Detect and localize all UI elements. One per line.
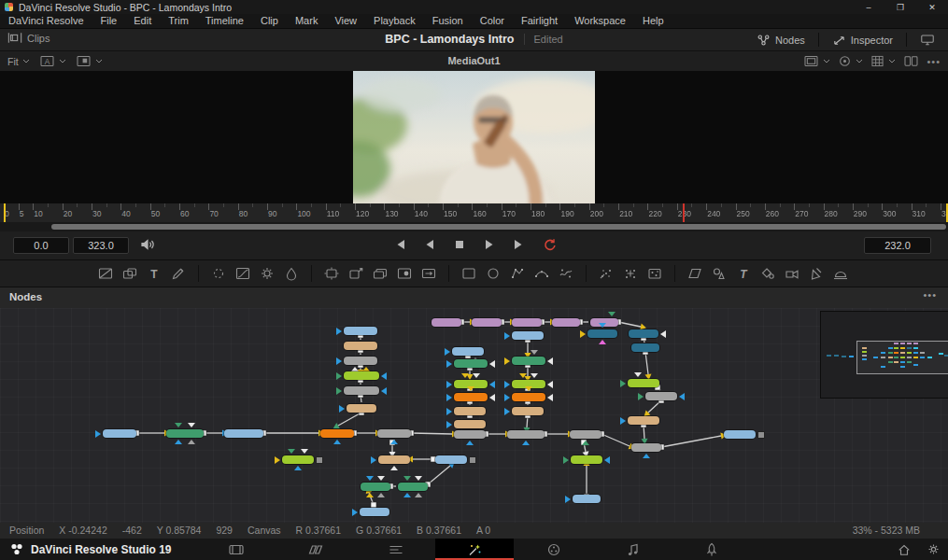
- node-input-r[interactable]: [381, 387, 387, 395]
- graph-node-m1[interactable]: [103, 429, 136, 438]
- node-input-b[interactable]: [403, 493, 411, 497]
- graph-node-m8[interactable]: [570, 430, 601, 439]
- node-input-l[interactable]: [504, 394, 510, 401]
- graph-node-p3[interactable]: [512, 318, 542, 327]
- node-output-knob[interactable]: [469, 456, 476, 464]
- timeline-ruler[interactable]: 0510203040506070809010011012013014015016…: [0, 203, 948, 223]
- node-input-l[interactable]: [565, 496, 571, 503]
- color-curves-tool-icon[interactable]: [231, 264, 255, 283]
- dual-viewer-button[interactable]: [913, 29, 942, 50]
- loop-button[interactable]: [539, 235, 559, 254]
- current-frame-field[interactable]: 232.0: [864, 237, 931, 254]
- node-input-l[interactable]: [445, 348, 450, 356]
- graph-node-a4[interactable]: [344, 371, 379, 380]
- node-input-r[interactable]: [547, 394, 553, 401]
- fusion-page-button[interactable]: [435, 539, 514, 560]
- menu-item-timeline[interactable]: Timeline: [197, 14, 252, 28]
- graph-node-m10[interactable]: [724, 430, 756, 439]
- node-input-l[interactable]: [336, 387, 342, 395]
- graph-node-a2[interactable]: [344, 342, 377, 350]
- node-input-b[interactable]: [390, 466, 398, 470]
- stop-button[interactable]: [449, 235, 470, 254]
- color-corrector-tool-icon[interactable]: [255, 264, 279, 283]
- graph-node-f1[interactable]: [282, 455, 314, 464]
- menu-item-file[interactable]: File: [92, 14, 126, 28]
- node-input-l[interactable]: [620, 417, 626, 425]
- graph-node-a3[interactable]: [344, 357, 377, 365]
- rectangle-mask-tool-icon[interactable]: [457, 264, 481, 283]
- media-in-tool-icon[interactable]: [392, 264, 417, 283]
- node-input-l[interactable]: [446, 360, 452, 368]
- particle-emitter-tool-icon[interactable]: [594, 264, 618, 283]
- graph-node-p4[interactable]: [552, 318, 580, 327]
- text-3d-tool-icon[interactable]: T: [731, 264, 756, 283]
- node-input-l[interactable]: [504, 357, 510, 365]
- paint-tool-icon[interactable]: [166, 264, 191, 283]
- node-input-b[interactable]: [522, 441, 530, 445]
- transform-tool-icon[interactable]: [319, 264, 344, 283]
- graph-node-c1[interactable]: [512, 357, 545, 365]
- node-input-l[interactable]: [275, 456, 280, 464]
- node-input-r[interactable]: [547, 381, 553, 388]
- menu-item-workspace[interactable]: Workspace: [566, 14, 634, 28]
- node-input-b[interactable]: [466, 441, 474, 445]
- color-page-button[interactable]: [537, 539, 571, 560]
- graph-node-m5[interactable]: [377, 429, 411, 438]
- screen-mode-dropdown[interactable]: [803, 55, 830, 67]
- graph-node-a5[interactable]: [344, 386, 379, 395]
- node-input-l[interactable]: [446, 381, 452, 388]
- graph-node-t2[interactable]: [629, 329, 658, 338]
- node-input-b[interactable]: [175, 440, 182, 444]
- inspector-toggle[interactable]: Inspector: [825, 29, 900, 50]
- graph-node-m2[interactable]: [166, 429, 204, 438]
- color-gain-tool-icon[interactable]: [279, 264, 304, 283]
- node-input-l[interactable]: [446, 394, 452, 401]
- node-input-b[interactable]: [415, 493, 422, 497]
- graph-node-m7[interactable]: [507, 430, 545, 439]
- menu-item-view[interactable]: View: [326, 14, 365, 28]
- graph-node-a6[interactable]: [347, 404, 376, 413]
- node-input-l[interactable]: [446, 421, 452, 428]
- close-button[interactable]: ✕: [916, 0, 948, 14]
- node-input-b[interactable]: [366, 493, 374, 497]
- menu-item-edit[interactable]: Edit: [125, 14, 160, 28]
- graph-node-b1[interactable]: [452, 347, 484, 356]
- menu-item-playback[interactable]: Playback: [365, 14, 424, 28]
- node-input-b[interactable]: [377, 493, 385, 497]
- node-input-l[interactable]: [352, 509, 358, 516]
- dual-view-button[interactable]: [903, 55, 919, 67]
- light-3d-tool-icon[interactable]: [804, 264, 828, 283]
- node-output-knob[interactable]: [757, 431, 765, 439]
- minimize-button[interactable]: –: [853, 0, 884, 14]
- node-input-r[interactable]: [604, 456, 610, 464]
- graph-node-m4[interactable]: [320, 429, 354, 438]
- go-to-start-button[interactable]: [389, 235, 410, 254]
- node-input-l[interactable]: [371, 456, 376, 464]
- node-output-knob[interactable]: [316, 456, 323, 464]
- graph-node-b6[interactable]: [454, 420, 486, 428]
- node-input-t[interactable]: [175, 423, 182, 427]
- menu-item-color[interactable]: Color: [472, 14, 513, 28]
- node-input-r[interactable]: [660, 330, 666, 338]
- node-input-t[interactable]: [461, 373, 469, 378]
- node-input-b[interactable]: [294, 466, 302, 470]
- in-point-marker[interactable]: [4, 203, 6, 222]
- magic-mask-tool-icon[interactable]: [554, 264, 578, 283]
- dve-tool-icon[interactable]: [344, 264, 368, 283]
- lut-dropdown[interactable]: [838, 55, 863, 67]
- graph-node-c0[interactable]: [512, 331, 544, 340]
- node-input-l[interactable]: [638, 393, 644, 400]
- graph-node-p2[interactable]: [472, 318, 502, 327]
- go-to-end-button[interactable]: [509, 235, 530, 254]
- node-input-l[interactable]: [446, 408, 452, 415]
- node-input-l[interactable]: [620, 380, 626, 387]
- graph-node-p1[interactable]: [432, 318, 461, 327]
- graph-node-h1[interactable]: [361, 483, 390, 491]
- graph-node-m9[interactable]: [631, 443, 661, 452]
- node-input-l[interactable]: [504, 332, 510, 340]
- merge-3d-tool-icon[interactable]: [756, 264, 780, 283]
- edit-page-button[interactable]: [379, 539, 413, 560]
- node-input-r[interactable]: [489, 394, 495, 401]
- node-input-l[interactable]: [336, 372, 342, 380]
- menu-item-trim[interactable]: Trim: [160, 14, 197, 28]
